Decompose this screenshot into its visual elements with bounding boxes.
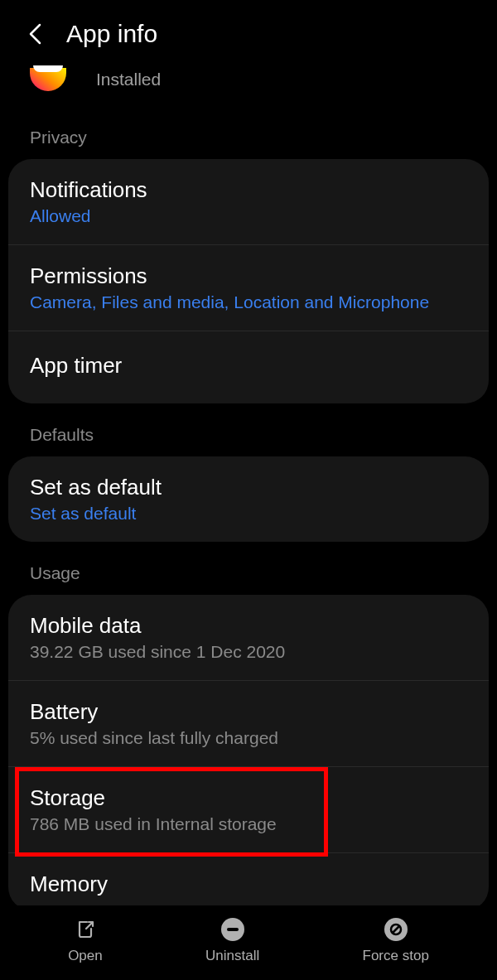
section-label-defaults: Defaults — [0, 403, 497, 456]
notifications-item[interactable]: Notifications Allowed — [8, 159, 489, 245]
storage-item[interactable]: Storage 786 MB used in Internal storage — [8, 767, 489, 853]
set-default-subtitle: Set as default — [30, 504, 467, 524]
open-button[interactable]: Open — [68, 918, 103, 964]
mobile-data-title: Mobile data — [30, 613, 467, 639]
app-timer-item[interactable]: App timer — [8, 331, 489, 403]
force-stop-icon — [384, 918, 408, 941]
app-timer-title: App timer — [30, 353, 467, 379]
usage-card: Mobile data 39.22 GB used since 1 Dec 20… — [8, 595, 489, 910]
page-title: App info — [66, 20, 157, 48]
privacy-card: Notifications Allowed Permissions Camera… — [8, 159, 489, 403]
notifications-title: Notifications — [30, 177, 467, 203]
set-default-item[interactable]: Set as default Set as default — [8, 456, 489, 542]
storage-subtitle: 786 MB used in Internal storage — [30, 814, 467, 834]
back-icon[interactable] — [23, 22, 46, 46]
memory-title: Memory — [30, 871, 467, 897]
mobile-data-item[interactable]: Mobile data 39.22 GB used since 1 Dec 20… — [8, 595, 489, 681]
uninstall-button[interactable]: Uninstall — [205, 918, 259, 964]
permissions-subtitle: Camera, Files and media, Location and Mi… — [30, 292, 467, 312]
battery-title: Battery — [30, 699, 467, 725]
open-icon — [74, 918, 97, 941]
svg-line-2 — [393, 926, 399, 933]
header: App info — [0, 0, 497, 61]
section-label-usage: Usage — [0, 542, 497, 595]
permissions-item[interactable]: Permissions Camera, Files and media, Loc… — [8, 245, 489, 331]
app-install-row: Installed — [0, 61, 497, 106]
uninstall-label: Uninstall — [205, 948, 259, 964]
storage-title: Storage — [30, 785, 467, 811]
open-label: Open — [68, 948, 103, 964]
mobile-data-subtitle: 39.22 GB used since 1 Dec 2020 — [30, 642, 467, 662]
permissions-title: Permissions — [30, 263, 467, 289]
force-stop-button[interactable]: Force stop — [363, 918, 429, 964]
svg-rect-0 — [227, 928, 239, 931]
notifications-subtitle: Allowed — [30, 206, 467, 226]
battery-subtitle: 5% used since last fully charged — [30, 728, 467, 748]
install-status: Installed — [96, 70, 161, 89]
set-default-title: Set as default — [30, 475, 467, 500]
battery-item[interactable]: Battery 5% used since last fully charged — [8, 681, 489, 767]
force-stop-label: Force stop — [363, 948, 429, 964]
bottom-nav: Open Uninstall Force stop — [0, 905, 497, 980]
memory-item[interactable]: Memory — [8, 853, 489, 910]
uninstall-icon — [221, 918, 244, 941]
defaults-card: Set as default Set as default — [8, 456, 489, 542]
instagram-icon — [30, 68, 66, 91]
section-label-privacy: Privacy — [0, 106, 497, 159]
